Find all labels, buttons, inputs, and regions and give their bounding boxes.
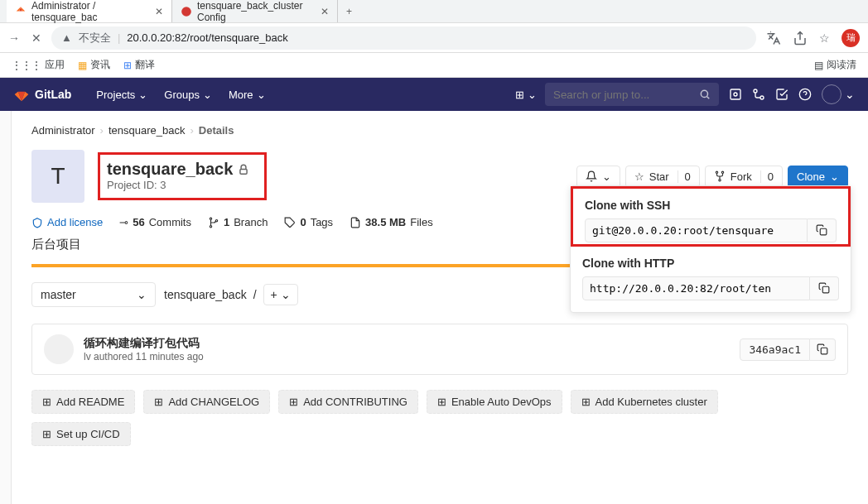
branch-name: master (41, 288, 76, 301)
translate-icon: ⊞ (123, 60, 132, 71)
clone-http-input[interactable] (582, 276, 810, 300)
clone-ssh-input[interactable] (585, 218, 808, 242)
add-readme-button[interactable]: ⊞Add README (31, 390, 135, 414)
list-icon: ▤ (814, 60, 823, 71)
svg-point-0 (181, 7, 191, 17)
breadcrumb-separator: › (190, 124, 193, 137)
tags-stat[interactable]: 0 Tags (284, 216, 333, 228)
nav-more[interactable]: More⌄ (220, 89, 274, 101)
add-kubernetes-button[interactable]: ⊞Add Kubernetes cluster (571, 390, 718, 414)
copy-http-button[interactable] (810, 276, 839, 300)
add-file-button[interactable]: + ⌄ (263, 284, 298, 305)
gitlab-logo[interactable]: GitLab (13, 86, 71, 103)
chevron-down-icon: ⌄ (137, 288, 147, 301)
svg-point-13 (210, 225, 211, 227)
star-button[interactable]: ☆Star0 (625, 166, 700, 188)
chevron-down-icon: ⌄ (203, 89, 212, 101)
notification-button[interactable]: ⌄ (576, 166, 620, 188)
svg-rect-15 (821, 348, 827, 354)
tab-title: Administrator / tensquare_bac (31, 0, 150, 23)
gitlab-brand-text: GitLab (35, 88, 71, 101)
bookmark-translate[interactable]: ⊞翻译 (123, 58, 155, 72)
files-icon (350, 217, 361, 228)
nav-projects[interactable]: Projects⌄ (88, 89, 156, 101)
svg-point-10 (719, 180, 721, 181)
breadcrumb-path[interactable]: tensquare_back (164, 288, 247, 301)
apps-button[interactable]: ⋮⋮⋮应用 (12, 58, 65, 72)
svg-point-8 (716, 171, 717, 173)
breadcrumb-project[interactable]: tensquare_back (108, 124, 186, 137)
close-icon[interactable]: ✕ (321, 6, 329, 17)
clone-button[interactable]: Clone⌄ (788, 166, 848, 188)
chevron-down-icon: ⌄ (602, 170, 611, 183)
add-changelog-button[interactable]: ⊞Add CHANGELOG (143, 390, 270, 414)
clone-ssh-section: Clone with SSH (571, 186, 851, 247)
reading-list-button[interactable]: ▤阅读清 (814, 58, 856, 72)
copy-sha-button[interactable] (810, 338, 836, 361)
svg-point-11 (210, 218, 211, 219)
todos-icon[interactable] (775, 88, 788, 101)
browser-tab-1[interactable]: Administrator / tensquare_bac ✕ (7, 0, 172, 22)
share-icon[interactable] (793, 31, 808, 46)
commit-message[interactable]: 循环构建编译打包代码 (84, 336, 730, 351)
enable-auto-devops-button[interactable]: ⊞Enable Auto DevOps (427, 390, 562, 414)
star-icon[interactable]: ☆ (819, 31, 830, 45)
user-menu[interactable]: ⌄ (822, 84, 855, 104)
branch-icon (208, 217, 219, 228)
branches-stat[interactable]: 1 Branch (208, 216, 268, 228)
plus-icon: ⊞ (289, 396, 298, 408)
breadcrumb-separator: › (100, 124, 104, 137)
commit-sha[interactable]: 346a9ac1 (740, 338, 810, 361)
insecure-icon: ▲ (61, 31, 72, 44)
svg-point-1 (701, 90, 707, 97)
commit-author-avatar (44, 334, 74, 364)
copy-ssh-button[interactable] (808, 218, 837, 242)
project-suggestions-row2: ⊞Set up CI/CD (31, 422, 848, 446)
nav-groups[interactable]: Groups⌄ (156, 89, 220, 101)
add-contributing-button[interactable]: ⊞Add CONTRIBUTING (278, 390, 418, 414)
apps-icon: ⋮⋮⋮ (12, 60, 41, 71)
nav-plus-button[interactable]: ⊞⌄ (507, 89, 545, 101)
translate-icon[interactable] (766, 31, 781, 46)
chevron-down-icon: ⌄ (257, 89, 266, 101)
breadcrumb-owner[interactable]: Administrator (31, 124, 95, 137)
add-license-link[interactable]: Add license (31, 216, 103, 228)
url-input[interactable]: ▲ 不安全 | 20.0.0.20:82/root/tensquare_back (51, 26, 756, 50)
commits-stat[interactable]: ⊸56 Commits (119, 216, 191, 228)
bookmark-news[interactable]: ▦资讯 (78, 58, 110, 72)
tab-title: tensquare_back_cluster Config (197, 0, 316, 23)
project-title-highlight: tensquare_back Project ID: 3 (98, 152, 267, 200)
stop-icon[interactable]: ✕ (31, 31, 41, 45)
branch-select[interactable]: master ⌄ (31, 282, 156, 307)
left-sidebar-collapsed[interactable] (0, 111, 12, 504)
search-icon (699, 89, 711, 100)
storage-stat[interactable]: 38.5 MB Files (350, 216, 433, 228)
issues-icon[interactable] (729, 88, 742, 101)
bell-icon (586, 170, 597, 182)
setup-cicd-button[interactable]: ⊞Set up CI/CD (31, 422, 131, 446)
global-search[interactable] (545, 83, 719, 106)
chevron-down-icon: ⌄ (845, 88, 855, 101)
forward-icon[interactable]: → (8, 31, 20, 45)
project-avatar: T (31, 150, 84, 203)
gitlab-icon (13, 86, 30, 103)
fork-button[interactable]: Fork0 (705, 166, 783, 188)
plus-icon: ⊞ (42, 428, 51, 440)
plus-icon: ⊞ (581, 396, 591, 408)
user-avatar[interactable]: 瑞 (841, 29, 860, 47)
clone-http-section: Clone with HTTP (571, 247, 851, 302)
gitlab-navbar: GitLab Projects⌄ Groups⌄ More⌄ ⊞⌄ ⌄ (0, 78, 868, 111)
browser-tab-2[interactable]: tensquare_back_cluster Config ✕ (172, 0, 338, 22)
help-icon[interactable] (798, 88, 812, 101)
project-suggestions: ⊞Add README ⊞Add CHANGELOG ⊞Add CONTRIBU… (31, 390, 848, 414)
new-tab-button[interactable]: + (338, 6, 360, 17)
search-input[interactable] (553, 89, 699, 101)
merge-requests-icon[interactable] (752, 88, 765, 101)
license-icon (31, 217, 43, 228)
project-id: Project ID: 3 (107, 179, 249, 191)
path-separator: / (253, 288, 257, 301)
avatar (822, 84, 841, 104)
close-icon[interactable]: ✕ (155, 6, 163, 17)
chevron-down-icon: ⌄ (281, 288, 291, 301)
clone-ssh-label: Clone with SSH (585, 199, 837, 212)
